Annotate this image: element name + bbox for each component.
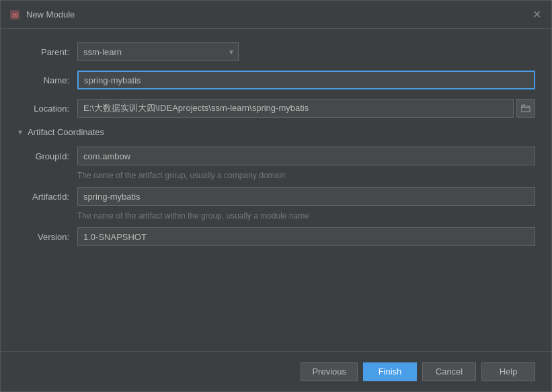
groupid-control bbox=[77, 147, 535, 165]
svg-rect-2 bbox=[521, 106, 530, 112]
parent-control: ssm-learn ▼ bbox=[77, 42, 535, 61]
dialog-footer: Previous Finish Cancel Help bbox=[1, 351, 551, 391]
collapse-arrow-icon[interactable]: ▼ bbox=[17, 128, 24, 136]
title-bar: m New Module ✕ bbox=[1, 1, 551, 29]
dialog-title: New Module bbox=[26, 9, 75, 19]
artifactid-label: ArtifactId: bbox=[17, 192, 77, 202]
location-input[interactable] bbox=[77, 99, 514, 118]
parent-label: Parent: bbox=[17, 47, 77, 57]
artifactid-hint: The name of the artifact within the grou… bbox=[77, 211, 535, 221]
previous-button[interactable]: Previous bbox=[301, 362, 358, 381]
location-label: Location: bbox=[17, 104, 77, 114]
svg-text:m: m bbox=[12, 11, 18, 19]
artifact-section-header: ▼ Artifact Coordinates bbox=[17, 127, 535, 137]
help-button[interactable]: Help bbox=[481, 362, 535, 381]
artifactid-row: ArtifactId: bbox=[17, 187, 535, 206]
cancel-button[interactable]: Cancel bbox=[422, 362, 476, 381]
title-bar-left: m New Module bbox=[9, 9, 75, 21]
groupid-input[interactable] bbox=[77, 147, 535, 165]
parent-select-wrapper: ssm-learn ▼ bbox=[77, 42, 239, 61]
groupid-hint: The name of the artifact group, usually … bbox=[77, 171, 535, 180]
finish-button[interactable]: Finish bbox=[363, 362, 417, 381]
parent-select[interactable]: ssm-learn bbox=[77, 42, 239, 61]
name-row: Name: bbox=[17, 71, 535, 89]
dialog-content: Parent: ssm-learn ▼ Name: Location: bbox=[1, 29, 551, 351]
version-label: Version: bbox=[17, 232, 77, 242]
browse-button[interactable] bbox=[516, 99, 535, 118]
new-module-dialog: m New Module ✕ Parent: ssm-learn ▼ Name: bbox=[0, 0, 552, 392]
version-control bbox=[77, 227, 535, 246]
version-input[interactable] bbox=[77, 227, 535, 246]
artifact-section-title: Artifact Coordinates bbox=[28, 127, 104, 137]
artifactid-control bbox=[77, 187, 535, 206]
name-label: Name: bbox=[17, 75, 77, 85]
close-button[interactable]: ✕ bbox=[530, 8, 543, 22]
groupid-row: GroupId: bbox=[17, 147, 535, 165]
version-row: Version: bbox=[17, 227, 535, 246]
location-control bbox=[77, 99, 535, 118]
location-wrapper bbox=[77, 99, 535, 118]
name-input[interactable] bbox=[77, 71, 535, 89]
groupid-label: GroupId: bbox=[17, 151, 77, 161]
dialog-icon: m bbox=[9, 9, 21, 21]
name-control bbox=[77, 71, 535, 89]
artifactid-input[interactable] bbox=[77, 187, 535, 206]
parent-row: Parent: ssm-learn ▼ bbox=[17, 42, 535, 61]
location-row: Location: bbox=[17, 99, 535, 118]
